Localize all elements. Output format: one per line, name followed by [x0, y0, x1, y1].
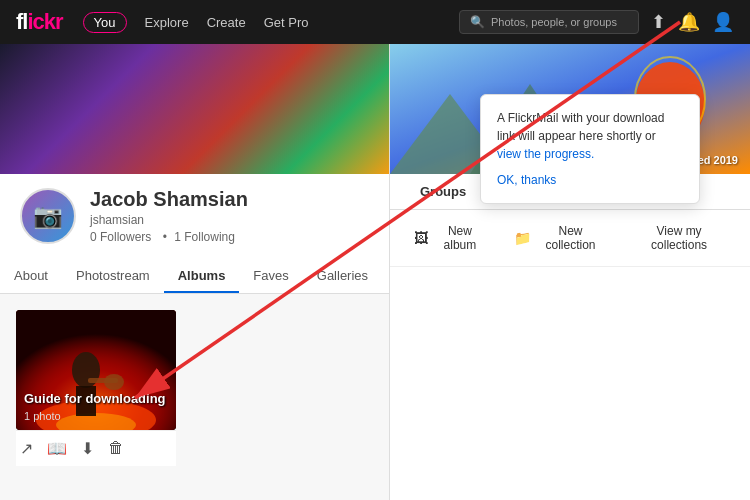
tabs: About Photostream Albums Faves Galleries: [0, 258, 389, 294]
tab-about[interactable]: About: [0, 258, 62, 293]
notification-popup: A FlickrMail with your download link wil…: [480, 94, 700, 204]
new-collection-button[interactable]: 📁 New collection: [506, 220, 612, 256]
right-actions: 🖼 New album 📁 New collection View my col…: [390, 210, 750, 267]
album-count: 1 photo: [24, 410, 61, 422]
flickr-logo[interactable]: flickr: [16, 9, 63, 35]
navbar: flickr You Explore Create Get Pro 🔍 Phot…: [0, 0, 750, 44]
profile-header-bg: [0, 44, 389, 174]
search-bar[interactable]: 🔍 Photos, people, or groups: [459, 10, 639, 34]
bell-icon[interactable]: 🔔: [678, 11, 700, 33]
new-album-button[interactable]: 🖼 New album: [406, 220, 494, 256]
tab-galleries[interactable]: Galleries: [303, 258, 382, 293]
nav-item-getpro[interactable]: Get Pro: [264, 15, 309, 30]
search-placeholder: Photos, people, or groups: [491, 16, 617, 28]
profile-stats: 0 Followers • 1 Following: [90, 230, 369, 244]
album-card[interactable]: Guide for downloading 1 photo ↗ 📖 ⬇ 🗑: [16, 310, 176, 466]
nav-right: 🔍 Photos, people, or groups ⬆ 🔔 👤: [459, 10, 734, 34]
profile-username: jshamsian: [90, 213, 369, 227]
followers-count: 0 Followers: [90, 230, 151, 244]
notification-link[interactable]: view the progress.: [497, 147, 594, 161]
nav-item-you[interactable]: You: [83, 12, 127, 33]
view-collections-label: View my collections: [632, 224, 726, 252]
nav-item-create[interactable]: Create: [207, 15, 246, 30]
new-collection-icon: 📁: [514, 230, 531, 246]
dot-separator: •: [163, 230, 167, 244]
right-panel: A FlickrMail with your download link wil…: [390, 44, 750, 500]
notification-ok-button[interactable]: OK, thanks: [497, 171, 683, 189]
svg-point-7: [104, 374, 124, 390]
new-album-icon: 🖼: [414, 230, 428, 246]
album-title: Guide for downloading: [24, 391, 166, 406]
album-thumbnail: Guide for downloading 1 photo: [16, 310, 176, 430]
avatar-icon[interactable]: 👤: [712, 11, 734, 33]
right-tab-groups[interactable]: Groups: [406, 174, 480, 209]
download-icon[interactable]: ⬇: [81, 439, 94, 458]
left-panel: 📷 Jacob Shamsian jshamsian 0 Followers •…: [0, 44, 390, 500]
view-collections-button[interactable]: View my collections: [624, 220, 734, 256]
logo-ickr: ickr: [27, 9, 62, 34]
nav-item-explore[interactable]: Explore: [145, 15, 189, 30]
search-icon: 🔍: [470, 15, 485, 29]
main-area: 📷 Jacob Shamsian jshamsian 0 Followers •…: [0, 44, 750, 500]
album-actions: ↗ 📖 ⬇ 🗑: [16, 430, 176, 466]
book-icon[interactable]: 📖: [47, 439, 67, 458]
notification-text: A FlickrMail with your download link wil…: [497, 111, 664, 143]
tab-faves[interactable]: Faves: [239, 258, 302, 293]
upload-icon[interactable]: ⬆: [651, 11, 666, 33]
new-collection-label: New collection: [537, 224, 604, 252]
albums-area: Guide for downloading 1 photo ↗ 📖 ⬇ 🗑: [0, 294, 389, 500]
avatar: 📷: [20, 188, 76, 244]
profile-details: Jacob Shamsian jshamsian 0 Followers • 1…: [90, 188, 369, 244]
tab-albums[interactable]: Albums: [164, 258, 240, 293]
profile-info: 📷 Jacob Shamsian jshamsian 0 Followers •…: [0, 174, 389, 258]
following-count: 1 Following: [174, 230, 235, 244]
share-icon[interactable]: ↗: [20, 439, 33, 458]
tab-photostream[interactable]: Photostream: [62, 258, 164, 293]
profile-name: Jacob Shamsian: [90, 188, 369, 211]
delete-icon[interactable]: 🗑: [108, 439, 124, 458]
new-album-label: New album: [434, 224, 486, 252]
logo-fl: fl: [16, 9, 27, 34]
